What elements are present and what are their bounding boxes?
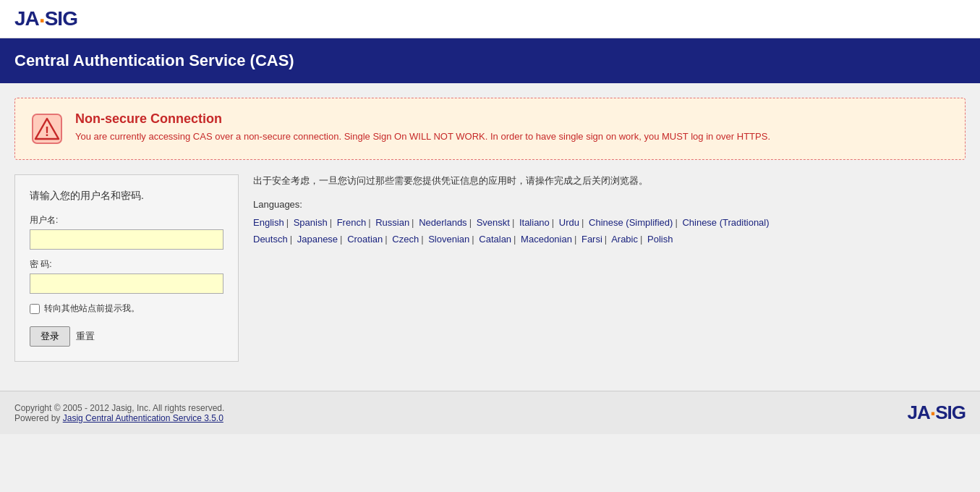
login-panel: 请输入您的用户名和密码. 用户名: 密 码: 转向其他站点前提示我。 登录 重置 — [14, 174, 239, 362]
warning-box: ! Non-secure Connection You are currentl… — [14, 98, 966, 160]
logo: JA·SIG — [14, 7, 966, 30]
lang-macedonian[interactable]: Macedonian — [521, 234, 572, 245]
password-input[interactable] — [30, 273, 223, 294]
warning-content: Non-secure Connection You are currently … — [75, 111, 770, 142]
lang-italiano[interactable]: Italiano — [519, 217, 550, 228]
footer-left: Copyright © 2005 - 2012 Jasig, Inc. All … — [14, 403, 224, 423]
lang-russian[interactable]: Russian — [375, 217, 409, 228]
lang-nederlands[interactable]: Nederlands — [419, 217, 467, 228]
reset-button[interactable]: 重置 — [76, 330, 95, 343]
remember-label: 转向其他站点前提示我。 — [44, 302, 140, 315]
warning-icon: ! — [30, 111, 64, 146]
remember-row: 转向其他站点前提示我。 — [30, 302, 223, 315]
main-content: ! Non-secure Connection You are currentl… — [0, 83, 980, 376]
lang-chinese-traditional[interactable]: Chinese (Traditional) — [682, 217, 769, 228]
content-row: 请输入您的用户名和密码. 用户名: 密 码: 转向其他站点前提示我。 登录 重置… — [14, 174, 966, 362]
lang-english[interactable]: English — [253, 217, 284, 228]
footer: Copyright © 2005 - 2012 Jasig, Inc. All … — [0, 391, 980, 434]
svg-text:!: ! — [45, 124, 49, 139]
lang-spanish[interactable]: Spanish — [294, 217, 328, 228]
footer-logo: JA·SIG — [908, 402, 966, 424]
login-title: 请输入您的用户名和密码. — [30, 190, 223, 203]
lang-french[interactable]: French — [337, 217, 366, 228]
lang-polish[interactable]: Polish — [647, 234, 673, 245]
lang-deutsch[interactable]: Deutsch — [253, 234, 288, 245]
languages-label: Languages: — [253, 199, 951, 210]
password-label: 密 码: — [30, 258, 223, 271]
security-note: 出于安全考虑，一旦您访问过那些需要您提供凭证信息的应用时，请操作完成之后关闭浏览… — [253, 174, 951, 187]
lang-slovenian[interactable]: Slovenian — [428, 234, 469, 245]
username-input[interactable] — [30, 229, 223, 250]
lang-japanese[interactable]: Japanese — [297, 234, 338, 245]
powered-by-text: Powered by — [14, 413, 63, 423]
lang-chinese-simplified[interactable]: Chinese (Simplified) — [589, 217, 673, 228]
login-button[interactable]: 登录 — [30, 326, 70, 347]
page-title: Central Authentication Service (CAS) — [14, 51, 294, 69]
lang-catalan[interactable]: Catalan — [479, 234, 511, 245]
cas-link[interactable]: Jasig Central Authentication Service 3.5… — [63, 413, 223, 423]
remember-checkbox[interactable] — [30, 304, 40, 314]
username-label: 用户名: — [30, 214, 223, 226]
lang-czech[interactable]: Czech — [392, 234, 419, 245]
copyright-text: Copyright © 2005 - 2012 Jasig, Inc. All … — [14, 403, 224, 413]
lang-urdu[interactable]: Urdu — [559, 217, 579, 228]
lang-arabic[interactable]: Arabic — [611, 234, 638, 245]
button-row: 登录 重置 — [30, 326, 223, 347]
lang-croatian[interactable]: Croatian — [347, 234, 383, 245]
title-bar: Central Authentication Service (CAS) — [0, 38, 980, 83]
top-bar: JA·SIG — [0, 0, 980, 38]
lang-farsi[interactable]: Farsi — [581, 234, 602, 245]
lang-svenskt[interactable]: Svenskt — [477, 217, 510, 228]
languages-links: English| Spanish| French| Russian| Neder… — [253, 214, 951, 248]
warning-message: You are currently accessing CAS over a n… — [75, 131, 770, 142]
warning-title: Non-secure Connection — [75, 111, 770, 127]
right-panel: 出于安全考虑，一旦您访问过那些需要您提供凭证信息的应用时，请操作完成之后关闭浏览… — [239, 174, 966, 248]
